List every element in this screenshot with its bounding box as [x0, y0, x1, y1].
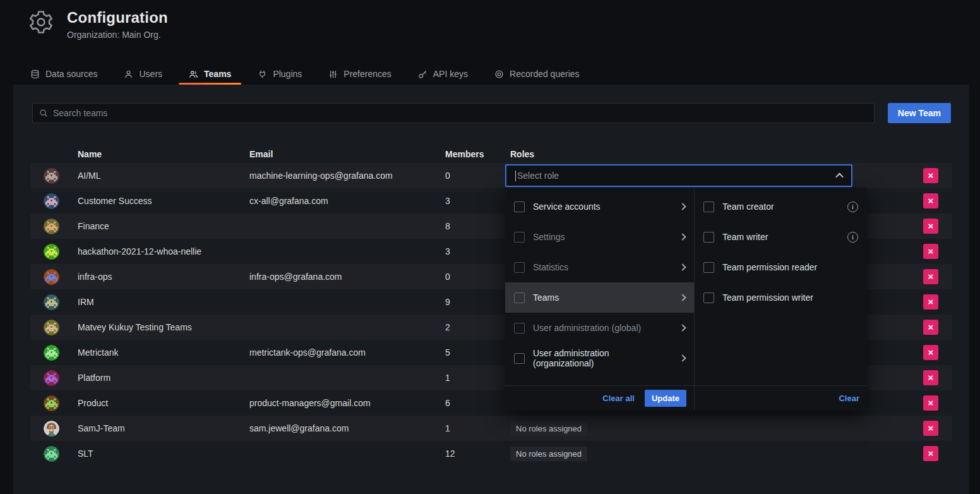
- info-icon[interactable]: i: [847, 232, 858, 243]
- team-name-link[interactable]: Platform: [78, 373, 249, 383]
- database-icon: [30, 69, 40, 79]
- checkbox[interactable]: [703, 292, 714, 303]
- role-group-settings[interactable]: Settings: [505, 222, 694, 252]
- role-group-label: User administration (organizational): [533, 348, 672, 368]
- chevron-up-icon[interactable]: [835, 172, 844, 181]
- checkbox[interactable]: [514, 323, 525, 334]
- role-group-statistics[interactable]: Statistics: [505, 252, 694, 282]
- role-group-service-accounts[interactable]: Service accounts: [505, 191, 694, 222]
- delete-team-button[interactable]: ×: [923, 370, 938, 385]
- role-group-label: Service accounts: [533, 202, 601, 212]
- checkbox[interactable]: [514, 353, 525, 364]
- team-avatar: [44, 345, 59, 361]
- role-group-user-administration-global-[interactable]: User administration (global): [505, 313, 694, 343]
- role-option-team-creator[interactable]: Team creatori: [695, 191, 867, 222]
- role-menu-footer-left: Clear all Update: [505, 385, 694, 411]
- team-name-link[interactable]: SamJ-Team: [78, 423, 249, 433]
- team-members-count: 1: [445, 373, 505, 383]
- checkbox[interactable]: [703, 202, 714, 212]
- page-subtitle: Organization: Main Org.: [67, 30, 168, 40]
- team-name-link[interactable]: Customer Success: [78, 196, 249, 206]
- delete-team-button[interactable]: ×: [923, 421, 938, 436]
- gear-icon: [28, 9, 54, 35]
- role-group-list: Service accountsSettingsStatisticsTeamsU…: [505, 188, 695, 411]
- delete-team-button[interactable]: ×: [923, 244, 938, 259]
- role-group-user-administration-organizational-[interactable]: User administration (organizational): [505, 343, 694, 373]
- team-name-link[interactable]: infra-ops: [78, 272, 249, 282]
- team-name-link[interactable]: Finance: [78, 221, 249, 231]
- column-header-members: Members: [445, 149, 505, 159]
- info-icon[interactable]: i: [847, 202, 858, 212]
- tab-recorded-queries[interactable]: Recorded queries: [494, 63, 580, 85]
- checkbox[interactable]: [703, 232, 714, 243]
- team-email: metrictank-ops@grafana.com: [249, 347, 445, 358]
- role-picker-menu: Service accountsSettingsStatisticsTeamsU…: [505, 188, 867, 411]
- chevron-right-icon: [679, 354, 686, 361]
- no-roles-badge: No roles assigned: [510, 447, 587, 461]
- role-option-label: Team permission writer: [722, 292, 813, 303]
- team-name-link[interactable]: AI/ML: [78, 171, 249, 181]
- search-teams-input[interactable]: Search teams: [32, 103, 875, 123]
- checkbox[interactable]: [703, 262, 714, 273]
- team-name-link[interactable]: Metrictank: [78, 347, 249, 358]
- team-email: infra-ops@grafana.com: [249, 272, 445, 282]
- team-avatar: [44, 320, 59, 335]
- checkbox[interactable]: [514, 202, 525, 212]
- role-group-label: User administration (global): [533, 323, 641, 333]
- team-avatar: [44, 395, 59, 411]
- role-menu-footer-right: Clear: [695, 385, 867, 411]
- checkbox[interactable]: [514, 292, 525, 303]
- new-team-button[interactable]: New Team: [888, 103, 951, 123]
- tab-users[interactable]: Users: [124, 63, 162, 85]
- tab-teams[interactable]: Teams: [189, 63, 231, 85]
- role-option-team-permission-reader[interactable]: Team permission reader: [695, 252, 867, 282]
- column-header-name: Name: [78, 149, 249, 159]
- table-row: SLT12No roles assigned×: [30, 441, 952, 466]
- role-option-label: Team permission reader: [722, 262, 817, 272]
- delete-team-button[interactable]: ×: [923, 168, 938, 183]
- tab-api-keys[interactable]: API keys: [418, 63, 468, 85]
- tab-data-sources[interactable]: Data sources: [30, 63, 97, 85]
- team-members-count: 6: [445, 398, 505, 408]
- checkbox[interactable]: [514, 232, 525, 243]
- team-name-link[interactable]: Product: [78, 398, 249, 408]
- role-option-team-permission-writer[interactable]: Team permission writer: [695, 282, 867, 313]
- config-tabs: Data sourcesUsersTeamsPluginsPreferences…: [30, 63, 580, 85]
- table-row: SamJ-Teamsam.jewell@grafana.com1No roles…: [30, 416, 952, 441]
- clear-all-button[interactable]: Clear all: [602, 394, 635, 403]
- chevron-right-icon: [679, 294, 686, 301]
- team-members-count: 3: [445, 196, 505, 206]
- users-icon: [189, 69, 198, 79]
- team-members-count: 9: [445, 297, 505, 307]
- team-name-link[interactable]: hackathon-2021-12-whoa-nellie: [78, 246, 249, 256]
- role-option-team-writer[interactable]: Team writeri: [695, 222, 867, 252]
- tab-plugins[interactable]: Plugins: [258, 63, 302, 85]
- delete-team-button[interactable]: ×: [923, 219, 938, 234]
- delete-team-button[interactable]: ×: [923, 193, 938, 208]
- checkbox[interactable]: [514, 262, 525, 273]
- team-name-link[interactable]: SLT: [78, 449, 249, 459]
- chevron-right-icon: [679, 233, 686, 240]
- team-members-count: 8: [445, 221, 505, 231]
- team-members-count: 0: [445, 171, 505, 181]
- tab-label: Recorded queries: [510, 69, 580, 79]
- search-icon: [39, 109, 48, 117]
- delete-team-button[interactable]: ×: [923, 269, 938, 284]
- delete-team-button[interactable]: ×: [923, 294, 938, 310]
- tab-preferences[interactable]: Preferences: [328, 63, 391, 85]
- select-role-input[interactable]: Select role: [505, 164, 852, 187]
- role-group-teams[interactable]: Teams: [505, 282, 694, 313]
- delete-team-button[interactable]: ×: [923, 345, 938, 360]
- update-button[interactable]: Update: [645, 390, 686, 407]
- role-option-label: Team writer: [722, 232, 768, 242]
- delete-team-button[interactable]: ×: [923, 320, 938, 335]
- team-name-link[interactable]: IRM: [78, 297, 249, 307]
- team-avatar: [44, 370, 59, 386]
- team-roles-cell: No roles assigned: [505, 447, 923, 461]
- team-name-link[interactable]: Matvey Kukuy Testing Teams: [78, 322, 249, 332]
- page-header: Configuration Organization: Main Org.: [28, 9, 168, 40]
- delete-team-button[interactable]: ×: [923, 446, 938, 461]
- delete-team-button[interactable]: ×: [923, 395, 938, 411]
- team-avatar: [44, 168, 59, 184]
- clear-button[interactable]: Clear: [839, 394, 859, 403]
